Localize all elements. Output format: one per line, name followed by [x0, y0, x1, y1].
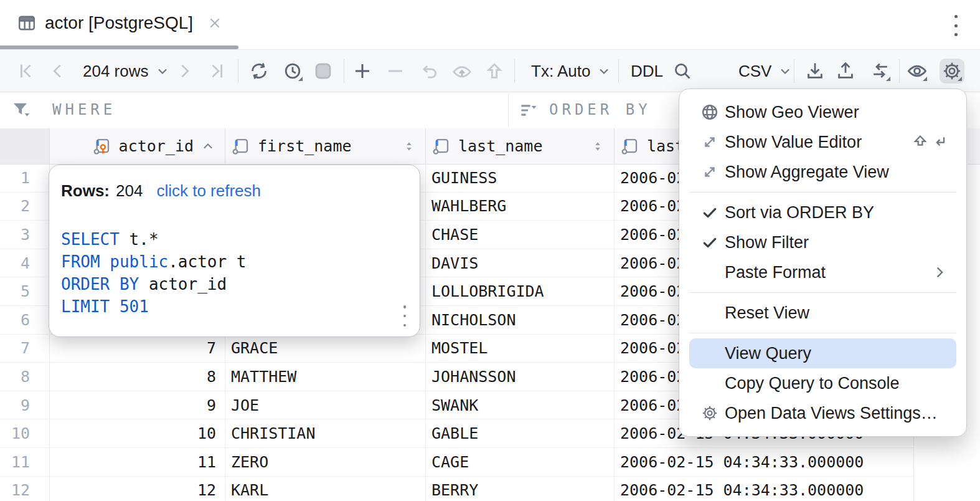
cell-last-name[interactable]: MOSTEL	[426, 335, 615, 363]
order-by-sort-icon[interactable]	[518, 100, 538, 120]
cell-actor-id[interactable]: 10	[50, 419, 225, 447]
cell-actor-id[interactable]: 7	[50, 335, 225, 363]
shift-icon	[912, 133, 929, 151]
column-header-first-name[interactable]: first_name	[225, 128, 426, 164]
cell-first-name[interactable]: KARL	[225, 477, 426, 501]
cell-last-name[interactable]: DAVIS	[426, 249, 615, 277]
cell-last-name[interactable]: GABLE	[426, 419, 615, 447]
chevron-down-icon	[778, 64, 793, 79]
column-header-last-name[interactable]: last_name	[426, 128, 615, 164]
table-row: 1212KARLBERRY2006-02-15 04:34:33.000000	[0, 477, 914, 501]
cell-last-update[interactable]: 2006-02-15 04:34:33.000000	[615, 477, 914, 501]
search-icon[interactable]	[670, 59, 695, 84]
where-label[interactable]: WHERE	[52, 101, 116, 118]
cell-actor-id[interactable]: 11	[50, 448, 225, 476]
cell-first-name[interactable]: ZERO	[225, 448, 426, 476]
cell-first-name[interactable]: GRACE	[225, 335, 426, 363]
row-number[interactable]: 5	[0, 277, 50, 305]
more-options-kebab-icon[interactable]	[953, 15, 959, 36]
cell-last-name[interactable]: CAGE	[426, 448, 615, 476]
cell-last-name[interactable]: JOHANSSON	[426, 363, 615, 391]
column-name: last_name	[458, 137, 542, 155]
query-info-popup: Rows: 204 click to refresh SELECT t.*FRO…	[49, 165, 420, 337]
cell-last-name[interactable]: CHASE	[426, 221, 615, 249]
filter-funnel-icon[interactable]	[11, 100, 32, 121]
menu-item-show-aggregate-view[interactable]: Show Aggregate View	[689, 157, 956, 187]
sql-line: FROM public.actor t	[61, 250, 420, 273]
menu-separator	[689, 333, 956, 333]
menu-item-copy-query-to-console[interactable]: Copy Query to Console	[689, 368, 956, 398]
menu-item-show-value-editor[interactable]: Show Value Editor	[689, 127, 956, 157]
query-history-icon[interactable]	[280, 59, 305, 84]
sort-toggle-icon[interactable]	[591, 140, 604, 153]
return-icon	[930, 133, 948, 151]
export-format-label: CSV	[738, 62, 771, 81]
cell-actor-id[interactable]: 9	[50, 391, 225, 419]
add-row-icon[interactable]	[350, 59, 375, 84]
cell-actor-id[interactable]: 12	[50, 477, 225, 501]
row-number[interactable]: 7	[0, 335, 50, 363]
row-number[interactable]: 11	[0, 448, 50, 476]
last-page-icon[interactable]	[205, 59, 230, 84]
menu-item-label: Paste Format	[725, 263, 826, 282]
menu-item-view-query[interactable]: View Query	[689, 338, 956, 368]
tab-actor[interactable]: actor [PostgreSQL]	[0, 0, 223, 46]
tab-title: actor [PostgreSQL]	[45, 13, 193, 33]
column-icon	[621, 137, 639, 156]
toolbar-separator	[514, 59, 515, 83]
sort-ascending-icon[interactable]	[201, 140, 215, 153]
next-page-icon[interactable]	[172, 59, 197, 84]
sort-toggle-icon[interactable]	[403, 140, 415, 153]
menu-item-reset-view[interactable]: Reset View	[689, 298, 956, 328]
gear-icon	[700, 404, 719, 422]
cell-actor-id[interactable]: 8	[50, 363, 225, 391]
view-options-eye-icon[interactable]	[905, 59, 930, 84]
row-number[interactable]: 12	[0, 477, 50, 501]
cell-last-name[interactable]: SWANK	[426, 391, 615, 419]
export-icon[interactable]	[833, 59, 858, 84]
click-to-refresh-link[interactable]: click to refresh	[156, 181, 261, 201]
export-format-dropdown[interactable]: CSV	[738, 62, 793, 81]
menu-item-paste-format[interactable]: Paste Format	[689, 257, 956, 287]
refresh-icon[interactable]	[247, 59, 271, 84]
settings-gear-icon[interactable]	[940, 59, 964, 84]
tx-mode-dropdown[interactable]: Tx: Auto	[531, 62, 611, 81]
page-size-dropdown[interactable]: 204 rows	[83, 62, 170, 81]
cell-last-name[interactable]: NICHOLSON	[426, 306, 615, 334]
primary-key-column-icon	[93, 137, 111, 156]
row-number[interactable]: 6	[0, 306, 50, 334]
column-header-actor-id[interactable]: actor_id	[50, 128, 225, 164]
cell-last-name[interactable]: BERRY	[426, 477, 615, 501]
ddl-button[interactable]: DDL	[631, 62, 663, 81]
cell-first-name[interactable]: CHRISTIAN	[225, 419, 426, 447]
first-page-icon[interactable]	[12, 59, 37, 84]
row-number[interactable]: 9	[0, 391, 50, 419]
row-number[interactable]: 3	[0, 221, 50, 249]
check-icon	[700, 203, 719, 222]
row-number[interactable]: 1	[0, 164, 50, 192]
ddl-label: DDL	[631, 62, 663, 81]
row-number[interactable]: 4	[0, 249, 50, 277]
row-number[interactable]: 10	[0, 419, 50, 447]
menu-item-open-data-views-settings[interactable]: Open Data Views Settings…	[689, 398, 956, 428]
cell-last-name[interactable]: LOLLOBRIGIDA	[426, 277, 615, 305]
sql-line: LIMIT 501	[61, 295, 420, 318]
cell-last-name[interactable]: GUINESS	[426, 164, 615, 192]
cell-first-name[interactable]: MATTHEW	[225, 363, 426, 391]
order-by-label[interactable]: ORDER BY	[549, 101, 651, 118]
previous-page-icon[interactable]	[45, 59, 70, 84]
cell-last-update[interactable]: 2006-02-15 04:34:33.000000	[615, 448, 914, 476]
import-icon[interactable]	[803, 59, 827, 84]
cell-last-name[interactable]: WAHLBERG	[426, 193, 615, 221]
row-number[interactable]: 8	[0, 363, 50, 391]
row-number[interactable]: 2	[0, 193, 50, 221]
menu-item-show-geo-viewer[interactable]: Show Geo Viewer	[689, 97, 956, 127]
compare-data-icon[interactable]	[868, 59, 893, 84]
popup-kebab-icon[interactable]	[402, 305, 407, 327]
sql-line: ORDER BY actor_id	[61, 273, 420, 295]
cell-first-name[interactable]: JOE	[225, 391, 426, 419]
close-icon[interactable]	[207, 15, 223, 31]
preview-pending-changes-icon	[450, 59, 474, 84]
menu-item-sort-via-order-by[interactable]: Sort via ORDER BY	[689, 198, 956, 227]
menu-item-show-filter[interactable]: Show Filter	[689, 227, 956, 257]
